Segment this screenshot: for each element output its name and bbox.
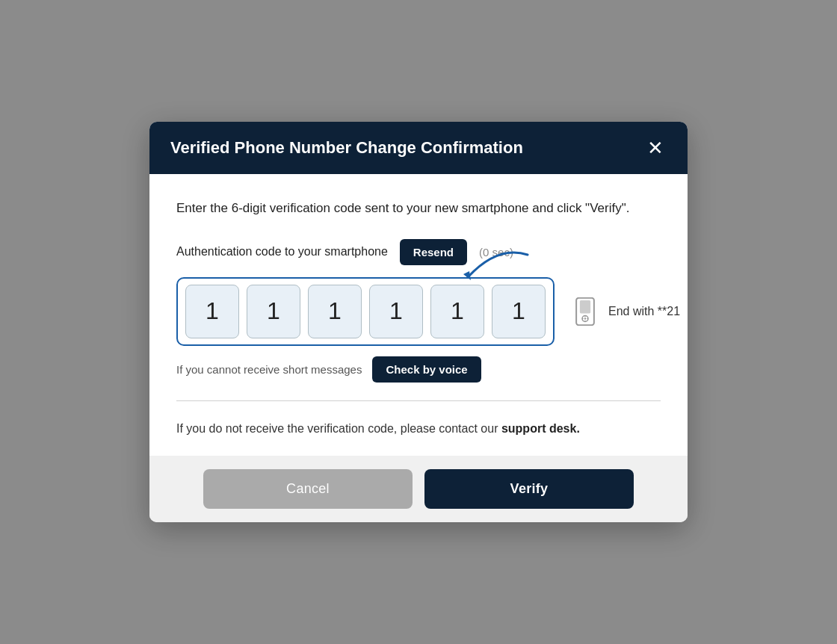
device-icon (569, 296, 601, 327)
support-text: If you do not receive the verification c… (176, 419, 661, 439)
resend-button[interactable]: Resend (400, 239, 467, 265)
code-and-phone-row: End with **21 (176, 277, 661, 346)
close-button[interactable]: ✕ (644, 138, 667, 158)
section-divider (176, 400, 661, 401)
code-digit-2[interactable] (247, 285, 300, 338)
auth-section: Authentication code to your smartphone R… (176, 239, 661, 383)
intro-text: Enter the 6-digit verification code sent… (176, 198, 661, 218)
verify-button[interactable]: Verify (424, 469, 634, 509)
svg-point-4 (584, 318, 586, 319)
phone-icon-row: End with **21 (569, 296, 680, 327)
code-digit-5[interactable] (430, 285, 484, 338)
code-digit-4[interactable] (369, 285, 423, 338)
phone-info: End with **21 (569, 296, 680, 327)
auth-label: Authentication code to your smartphone (176, 245, 388, 258)
cannot-receive-label: If you cannot receive short messages (176, 363, 362, 376)
code-inputs-container (176, 277, 555, 346)
modal-body: Enter the 6-digit verification code sent… (149, 174, 688, 456)
resend-timer: (0 sec) (479, 246, 513, 258)
code-digit-3[interactable] (308, 285, 362, 338)
support-link[interactable]: support desk. (501, 422, 580, 435)
modal-footer: Cancel Verify (149, 456, 688, 522)
modal-header: Verified Phone Number Change Confirmatio… (149, 122, 688, 174)
cancel-button[interactable]: Cancel (203, 469, 413, 509)
support-text-prefix: If you do not receive the verification c… (176, 422, 501, 435)
code-digit-6[interactable] (492, 285, 546, 338)
auth-row: Authentication code to your smartphone R… (176, 239, 661, 265)
code-digit-1[interactable] (185, 285, 239, 338)
modal-overlay: Verified Phone Number Change Confirmatio… (0, 0, 837, 644)
end-with-text: End with **21 (608, 305, 680, 318)
svg-rect-2 (580, 300, 590, 313)
check-by-voice-button[interactable]: Check by voice (372, 356, 481, 383)
modal-dialog: Verified Phone Number Change Confirmatio… (149, 122, 688, 523)
modal-title: Verified Phone Number Change Confirmatio… (170, 138, 523, 158)
cannot-receive-row: If you cannot receive short messages Che… (176, 356, 661, 383)
